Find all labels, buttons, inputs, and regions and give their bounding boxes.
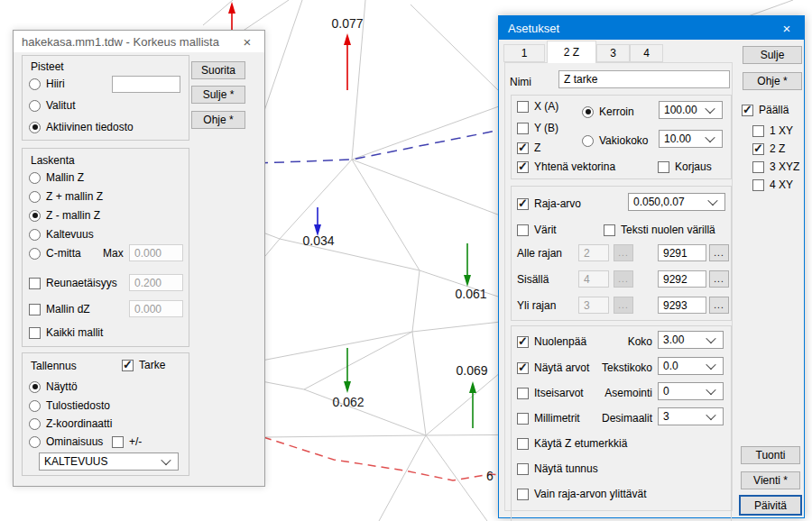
checkbox-icon[interactable] [517, 224, 529, 236]
radio-vakiokoko[interactable]: Vakiokoko [582, 134, 648, 147]
yhtena-vektorina-checkbox-row[interactable]: Yhtenä vektorina [517, 160, 615, 173]
yli-rajan-code-browse-button[interactable]: ... [709, 297, 729, 314]
desimaalit-combo[interactable]: 3 [658, 407, 724, 425]
kaikki-mallit-checkbox-row[interactable]: Kaikki mallit [29, 326, 103, 339]
radio-naytto[interactable]: Näyttö [29, 380, 78, 393]
radio-icon[interactable] [29, 122, 41, 133]
radio-icon[interactable] [29, 210, 41, 222]
x-a-checkbox-row[interactable]: X (A) [517, 100, 558, 113]
hiiri-count-field[interactable] [112, 76, 180, 93]
korjaus-checkbox-row[interactable]: Korjaus [658, 160, 712, 173]
checkbox-icon[interactable] [752, 143, 764, 155]
radio-aktiivinen-tiedosto[interactable]: Aktiivinen tiedosto [29, 121, 134, 133]
raja-arvo-combo[interactable]: 0.050,0.07 [628, 193, 725, 211]
paivita-button[interactable]: Päivitä [739, 495, 802, 516]
radio-z-minus-mallin-z[interactable]: Z - mallin Z [29, 209, 100, 222]
reunaetaisyys-checkbox-row[interactable]: Reunaetäisyys [29, 277, 117, 289]
sulje-button[interactable]: Sulje [743, 46, 802, 64]
nuolenpaa-checkbox-row[interactable]: Nuolenpää [517, 335, 586, 348]
checkbox-icon[interactable] [742, 105, 753, 116]
paalla-checkbox-row[interactable]: Päällä [742, 104, 789, 116]
alle-rajan-code-field[interactable]: 9291 [658, 244, 706, 261]
checkbox-icon[interactable] [517, 336, 529, 348]
tab-4[interactable]: 4 [630, 44, 663, 62]
radio-ominaisuus[interactable]: Ominaisuus [29, 435, 103, 448]
radio-icon[interactable] [582, 135, 594, 147]
plusminus-checkbox-row[interactable]: +/- [112, 435, 142, 448]
checkbox-icon[interactable] [517, 101, 529, 113]
layer-4-xy-checkbox-row[interactable]: 4 XY [752, 178, 793, 191]
tekstikoko-combo[interactable]: 0.0 [658, 357, 724, 375]
radio-tulostiedosto[interactable]: Tulostiedosto [29, 399, 110, 412]
checkbox-icon[interactable] [658, 161, 669, 173]
teksti-nuolen-varilla-checkbox-row[interactable]: Teksti nuolen värillä [604, 224, 715, 236]
radio-icon[interactable] [29, 172, 41, 184]
asemointi-combo[interactable]: 0 [658, 382, 724, 400]
radio-icon[interactable] [29, 191, 41, 203]
checkbox-icon[interactable] [752, 161, 764, 173]
y-b-checkbox-row[interactable]: Y (B) [517, 122, 558, 134]
radio-icon[interactable] [29, 100, 41, 112]
checkbox-icon[interactable] [517, 438, 529, 450]
checkbox-icon[interactable] [752, 179, 764, 191]
checkbox-icon[interactable] [112, 436, 124, 448]
mallin-dz-checkbox-row[interactable]: Mallin dZ [29, 303, 90, 315]
checkbox-icon[interactable] [29, 304, 41, 315]
radio-kerroin[interactable]: Kerroin [582, 105, 634, 118]
checkbox-icon[interactable] [29, 278, 41, 289]
raja-arvo-checkbox-row[interactable]: Raja-arvo [517, 197, 581, 210]
radio-icon[interactable] [29, 229, 41, 241]
checkbox-icon[interactable] [517, 463, 529, 475]
tab-2-z[interactable]: 2 Z [547, 41, 596, 63]
z-checkbox-row[interactable]: Z [517, 142, 540, 154]
radio-kaltevuus[interactable]: Kaltevuus [29, 228, 94, 241]
radio-hiiri[interactable]: Hiiri [29, 78, 65, 90]
yli-rajan-code-field[interactable]: 9293 [658, 297, 706, 314]
radio-icon[interactable] [29, 418, 41, 430]
layer-1-xy-checkbox-row[interactable]: 1 XY [752, 124, 793, 137]
checkbox-icon[interactable] [517, 142, 529, 154]
checkbox-icon[interactable] [517, 413, 529, 425]
nayta-tunnus-checkbox-row[interactable]: Näytä tunnus [517, 462, 598, 475]
radio-c-mitta[interactable]: C-mitta [29, 247, 81, 260]
checkbox-icon[interactable] [122, 360, 134, 371]
sulje-button[interactable]: Sulje * [191, 86, 245, 104]
close-icon[interactable]: × [770, 16, 804, 40]
ohje-button[interactable]: Ohje * [743, 72, 802, 90]
radio-icon[interactable] [29, 248, 41, 260]
sisalla-code-field[interactable]: 9292 [658, 270, 706, 288]
itseisarvot-checkbox-row[interactable]: Itseisarvot [517, 387, 584, 399]
radio-icon[interactable] [29, 436, 41, 448]
tab-1[interactable]: 1 [503, 44, 545, 62]
checkbox-icon[interactable] [517, 123, 529, 134]
radio-z-plus-mallin-z[interactable]: Z + mallin Z [29, 190, 103, 203]
tuonti-button[interactable]: Tuonti [741, 446, 800, 464]
checkbox-icon[interactable] [517, 362, 529, 374]
radio-icon[interactable] [582, 106, 594, 118]
close-icon[interactable]: × [230, 31, 264, 52]
ominaisuus-dropdown[interactable]: KALTEVUUS [39, 452, 179, 471]
suorita-button[interactable]: Suorita [191, 61, 245, 79]
radio-z-koordinaatti[interactable]: Z-koordinaatti [29, 417, 112, 430]
layer-2-z-checkbox-row[interactable]: 2 Z [752, 142, 785, 155]
alle-rajan-code-browse-button[interactable]: ... [709, 244, 729, 261]
vakiokoko-combo[interactable]: 10.00 [659, 130, 723, 148]
checkbox-icon[interactable] [517, 388, 529, 399]
tarke-checkbox-row[interactable]: Tarke [122, 359, 165, 371]
vienti-button[interactable]: Vienti * [741, 471, 800, 489]
tab-3[interactable]: 3 [596, 44, 630, 62]
layer-3-xyz-checkbox-row[interactable]: 3 XYZ [752, 160, 799, 173]
koko-combo[interactable]: 3.00 [658, 331, 724, 349]
varit-checkbox-row[interactable]: Värit [517, 224, 557, 236]
kerroin-combo[interactable]: 100.00 [659, 101, 723, 119]
checkbox-icon[interactable] [604, 224, 615, 236]
checkbox-icon[interactable] [517, 161, 529, 173]
radio-mallin-z[interactable]: Mallin Z [29, 171, 84, 184]
checkbox-icon[interactable] [29, 327, 41, 339]
sisalla-code-browse-button[interactable]: ... [709, 270, 729, 288]
radio-icon[interactable] [29, 78, 41, 90]
vain-raja-arvon-ylittavat-checkbox-row[interactable]: Vain raja-arvon ylittävät [517, 488, 647, 500]
nimi-field[interactable]: Z tarke [558, 70, 730, 88]
radio-valitut[interactable]: Valitut [29, 99, 75, 112]
millimetrit-checkbox-row[interactable]: Millimetrit [517, 412, 580, 425]
